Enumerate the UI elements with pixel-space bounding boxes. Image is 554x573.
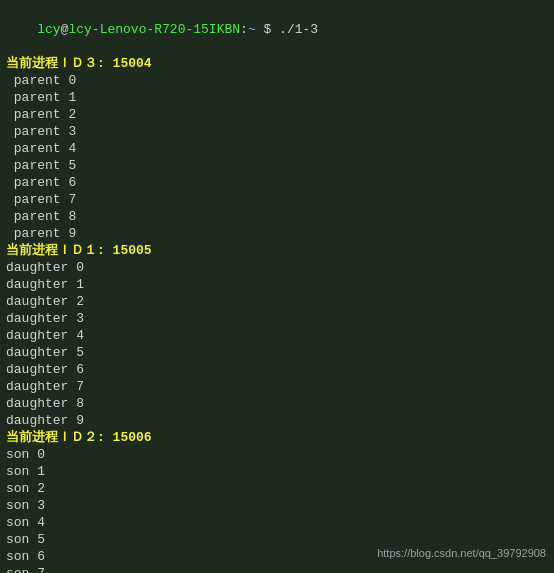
output-line: parent 3	[6, 123, 548, 140]
prompt-line: lcy@lcy-Lenovo-R720-15IKBN:~ $ ./1-3	[6, 4, 548, 55]
output-line: 当前进程ＩＤ３: 15004	[6, 55, 548, 72]
output-line: daughter 9	[6, 412, 548, 429]
prompt-command: ./1-3	[279, 22, 318, 37]
output-line: 当前进程ＩＤ１: 15005	[6, 242, 548, 259]
watermark: https://blog.csdn.net/qq_39792908	[377, 547, 546, 559]
prompt-path: ~	[248, 22, 256, 37]
output-line: parent 4	[6, 140, 548, 157]
prompt-host: lcy-Lenovo-R720-15IKBN	[68, 22, 240, 37]
output-line: daughter 4	[6, 327, 548, 344]
output-line: daughter 3	[6, 310, 548, 327]
output-line: parent 0	[6, 72, 548, 89]
output-line: parent 9	[6, 225, 548, 242]
output-line: daughter 5	[6, 344, 548, 361]
terminal: lcy@lcy-Lenovo-R720-15IKBN:~ $ ./1-3 当前进…	[0, 0, 554, 573]
output-line: son 2	[6, 480, 548, 497]
prompt-dollar: $	[256, 22, 279, 37]
output-line: daughter 2	[6, 293, 548, 310]
output-line: daughter 0	[6, 259, 548, 276]
output-line: daughter 8	[6, 395, 548, 412]
output-line: daughter 1	[6, 276, 548, 293]
output-line: parent 8	[6, 208, 548, 225]
output-line: parent 7	[6, 191, 548, 208]
output-line: 当前进程ＩＤ２: 15006	[6, 429, 548, 446]
output-line: son 7	[6, 565, 548, 573]
output-line: son 4	[6, 514, 548, 531]
output-line: son 1	[6, 463, 548, 480]
prompt-sep: :	[240, 22, 248, 37]
output-line: parent 1	[6, 89, 548, 106]
output-line: parent 5	[6, 157, 548, 174]
output-lines: 当前进程ＩＤ３: 15004 parent 0 parent 1 parent …	[6, 55, 548, 573]
output-line: parent 2	[6, 106, 548, 123]
output-line: son 0	[6, 446, 548, 463]
output-line: son 3	[6, 497, 548, 514]
output-line: son 5	[6, 531, 548, 548]
output-line: parent 6	[6, 174, 548, 191]
output-line: daughter 6	[6, 361, 548, 378]
output-line: daughter 7	[6, 378, 548, 395]
prompt-user: lcy	[37, 22, 60, 37]
